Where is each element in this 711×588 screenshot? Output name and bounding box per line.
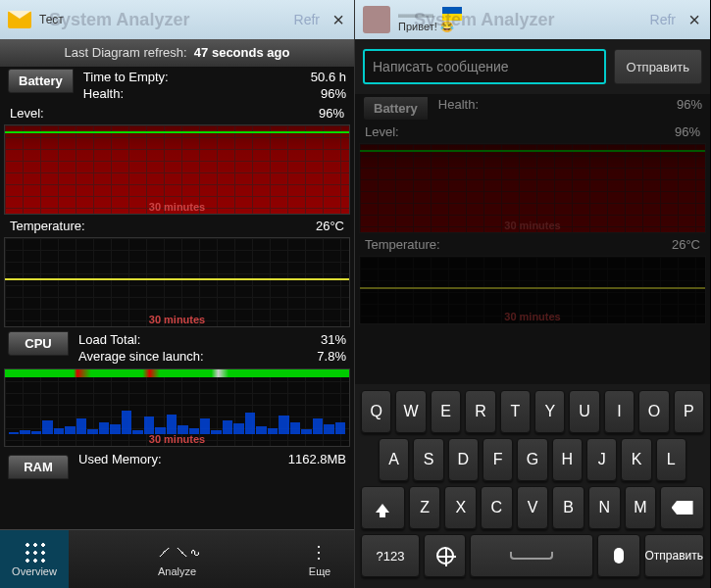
app-title-bg: System Analyzer (49, 10, 189, 30)
key-w[interactable]: W (395, 390, 426, 433)
key-n[interactable]: N (588, 486, 621, 529)
key-u[interactable]: U (569, 390, 599, 433)
battery-tab[interactable]: Battery (8, 69, 74, 93)
cpu-section: CPU Load Total:31% Average since launch:… (0, 329, 354, 367)
cpu-chart: 30 minutes (4, 368, 350, 447)
temperature-value: 26°C (316, 219, 344, 233)
keyboard: QWERTYUIOP ASDFGHJKL ZXCVBNM ?123 Отправ… (355, 384, 710, 588)
key-f[interactable]: F (482, 438, 513, 481)
close-icon[interactable]: × (332, 9, 344, 31)
key-e[interactable]: E (431, 390, 461, 433)
memory-value: 1162.8MB (288, 451, 346, 467)
battery-section: Battery Time to Empty:50.6 h Health:96% (0, 67, 354, 104)
shift-icon (376, 504, 389, 513)
bottom-nav: Overview ⟋⟍∿Analyze ⋯Еще (0, 529, 354, 588)
send-button[interactable]: Отправить (614, 49, 702, 84)
battery-section-r: Battery Health:96% (355, 94, 710, 122)
chat-topbar: System Analyzer ▬▬▬ Привет! 😂 Refr × (355, 0, 710, 39)
key-o[interactable]: O (638, 390, 669, 433)
battery-chart-r: 30 minutes (359, 143, 706, 233)
backspace-icon (672, 501, 693, 514)
analyze-icon: ⟋⟍∿ (155, 542, 199, 563)
key-j[interactable]: J (586, 438, 617, 481)
key-k[interactable]: K (621, 438, 651, 481)
key-y[interactable]: Y (534, 390, 565, 433)
close-icon[interactable]: × (688, 9, 700, 31)
key-symbols[interactable]: ?123 (361, 534, 420, 577)
health-value: 96% (321, 85, 346, 102)
temperature-chart-r: 30 minutes (359, 256, 706, 324)
battery-chart: 30 minutes (4, 124, 350, 215)
key-b[interactable]: B (552, 486, 584, 529)
key-r[interactable]: R (465, 390, 495, 433)
load-label: Load Total: (78, 331, 140, 348)
key-backspace[interactable] (660, 486, 704, 529)
temperature-chart: 30 minutes (4, 237, 350, 327)
more-icon: ⋯ (309, 544, 330, 560)
time-empty-value: 50.6 h (311, 69, 346, 85)
avg-label: Average since launch: (78, 348, 204, 365)
level-value: 96% (319, 106, 344, 121)
key-send[interactable]: Отправить (644, 534, 705, 577)
key-h[interactable]: H (552, 438, 583, 481)
time-empty-label: Time to Empty: (83, 69, 169, 85)
key-q[interactable]: Q (361, 390, 391, 433)
key-i[interactable]: I (604, 390, 635, 433)
nav-analyze[interactable]: ⟋⟍∿Analyze (69, 530, 285, 588)
notification-bar: System Analyzer Тест Refr × (0, 0, 354, 39)
key-s[interactable]: S (413, 438, 443, 481)
key-space[interactable] (470, 534, 593, 577)
key-v[interactable]: V (517, 486, 549, 529)
memory-label: Used Memory: (78, 451, 162, 467)
nav-more[interactable]: ⋯Еще (285, 530, 354, 588)
nav-overview[interactable]: Overview (0, 530, 69, 588)
globe-icon (436, 547, 454, 564)
refresh-strip: Last Diagram refresh: 47 seconds ago (0, 39, 354, 67)
grid-icon (24, 541, 45, 563)
key-m[interactable]: M (625, 486, 657, 529)
app-title-bg: System Analyzer (414, 10, 554, 30)
cpu-tab[interactable]: CPU (8, 331, 69, 356)
level-label: Level: (10, 106, 44, 121)
key-c[interactable]: C (481, 486, 513, 529)
key-shift[interactable] (361, 486, 405, 529)
temperature-label: Temperature: (10, 219, 85, 233)
key-p[interactable]: P (674, 390, 704, 433)
key-g[interactable]: G (517, 438, 547, 481)
right-pane: System Analyzer ▬▬▬ Привет! 😂 Refr × Отп… (355, 0, 710, 588)
key-d[interactable]: D (448, 438, 479, 481)
health-label: Health: (83, 85, 124, 102)
key-x[interactable]: X (444, 486, 477, 529)
avg-value: 7.8% (317, 348, 346, 365)
key-globe[interactable] (424, 534, 466, 577)
key-mic[interactable] (597, 534, 639, 577)
key-l[interactable]: L (656, 438, 686, 481)
avatar (363, 6, 390, 33)
key-t[interactable]: T (500, 390, 531, 433)
load-value: 31% (321, 331, 346, 348)
mail-icon (8, 11, 31, 28)
key-z[interactable]: Z (409, 486, 441, 529)
message-input[interactable] (363, 49, 606, 84)
refresh-hint: Refr (650, 12, 676, 27)
ram-tab[interactable]: RAM (8, 455, 69, 479)
battery-tab: Battery (363, 96, 429, 121)
compose-bar: Отправить (355, 39, 710, 94)
ram-section: RAM Used Memory:1162.8MB (0, 449, 354, 481)
key-a[interactable]: A (379, 438, 409, 481)
left-pane: System Analyzer Тест Refr × Last Diagram… (0, 0, 355, 588)
mic-icon (614, 548, 624, 564)
refresh-hint: Refr (294, 12, 320, 27)
